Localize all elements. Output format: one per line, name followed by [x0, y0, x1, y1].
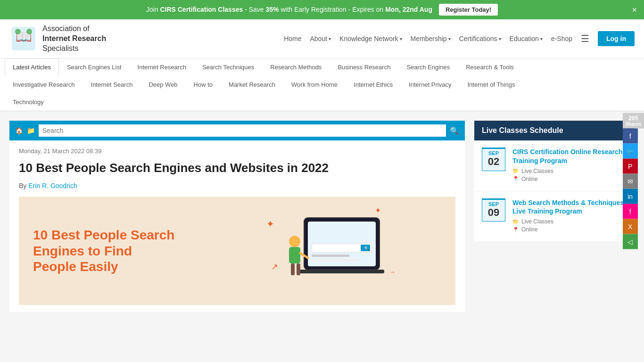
tab-row1-item-7[interactable]: Research & Tools — [458, 58, 522, 76]
main-nav: Home About ▾ Knowledge Network ▾ Members… — [284, 31, 635, 46]
article-area: 🏠 📁 🔍 Monday, 21 March 2022 08:39 10 Bes… — [9, 121, 465, 312]
tab-row1-item-0[interactable]: Latest Articles — [5, 58, 59, 76]
folder-icon[interactable]: 📁 — [27, 127, 35, 134]
logo-area: 📖 Association of Internet Research Speci… — [9, 24, 106, 53]
tab-row2-item-3[interactable]: How to — [186, 76, 221, 93]
tab-row1-item-5[interactable]: Business Research — [330, 58, 398, 76]
xing-share-button[interactable]: X — [623, 219, 638, 234]
tab-row1-item-2[interactable]: Internet Research — [130, 58, 194, 76]
svg-point-12 — [289, 236, 300, 247]
knowledge-chevron: ▾ — [400, 36, 402, 41]
svg-text:✦: ✦ — [375, 206, 381, 214]
article-title: 10 Best People Search Engines and Websit… — [19, 160, 455, 176]
schedule-location-1: 📍 Online — [512, 226, 627, 233]
live-classes-widget: Live Classes Schedule SEP 02 CIRS Certif… — [474, 121, 635, 241]
tabs-container: Latest ArticlesSearch Engines ListIntern… — [0, 58, 644, 111]
svg-text:↗: ↗ — [271, 262, 278, 272]
nav-education[interactable]: Education ▾ — [510, 35, 543, 42]
schedule-info-1: Web Search Methods & Techniques Live Tra… — [512, 198, 627, 234]
svg-text:🔍: 🔍 — [363, 246, 369, 251]
article-by: By Erin R. Goodrich — [19, 182, 455, 189]
search-submit-button[interactable]: 🔍 — [450, 126, 459, 135]
sidebar: Live Classes Schedule SEP 02 CIRS Certif… — [474, 121, 635, 312]
close-banner-button[interactable]: × — [632, 5, 637, 15]
nav-membership[interactable]: Membership ▾ — [411, 35, 451, 42]
schedule-location-0: 📍 Online — [512, 176, 627, 182]
membership-chevron: ▾ — [448, 36, 451, 41]
date-badge-1: SEP 09 — [482, 198, 505, 222]
email-share-button[interactable]: ✉ — [623, 174, 638, 189]
svg-rect-14 — [291, 263, 295, 275]
svg-text:✦: ✦ — [266, 219, 274, 229]
tab-row1-item-3[interactable]: Search Techniques — [194, 58, 262, 76]
nav-certifications[interactable]: Certifications ▾ — [459, 35, 501, 42]
social-sidebar: 265 Shares f 🐦 P ✉ in f X ◁ — [623, 113, 644, 249]
header: 📖 Association of Internet Research Speci… — [0, 19, 644, 58]
nav-knowledge[interactable]: Knowledge Network ▾ — [339, 35, 402, 42]
svg-rect-13 — [289, 247, 300, 263]
tab-row2-item-5[interactable]: Work from Home — [283, 76, 346, 93]
banner-text: Join CIRS Certification Classes - Save 3… — [146, 6, 434, 13]
tab-row2-item-4[interactable]: Market Research — [221, 76, 283, 93]
schedule-item-1: SEP 09 Web Search Methods & Techniques L… — [474, 191, 635, 241]
search-bar: 🏠 📁 🔍 — [9, 121, 465, 140]
tab-row1-item-6[interactable]: Search Engines — [398, 58, 458, 76]
logo-icon: 📖 — [9, 25, 38, 53]
category-icon-1: 📁 — [512, 219, 519, 225]
location-label-0: Online — [521, 176, 538, 182]
nav-home[interactable]: Home — [284, 35, 301, 42]
tab-row2-item-8[interactable]: Internet of Things — [459, 76, 523, 93]
schedule-category-0: 📁 Live Classes — [512, 168, 627, 174]
article-image-text: 10 Best People Search Engines to Find Pe… — [33, 227, 230, 275]
tabs-row-1: Latest ArticlesSearch Engines ListIntern… — [5, 58, 639, 76]
education-chevron: ▾ — [540, 36, 543, 41]
tab-row2-item-2[interactable]: Deep Web — [140, 76, 185, 93]
tab-row2-item-7[interactable]: Internet Privacy — [401, 76, 459, 93]
certifications-chevron: ▾ — [499, 36, 501, 41]
tab-row2-item-1[interactable]: Internet Search — [83, 76, 141, 93]
svg-rect-10 — [312, 259, 359, 261]
tab-row3-item-0[interactable]: Technology — [5, 93, 52, 111]
hamburger-button[interactable]: ☰ — [581, 33, 589, 44]
schedule-title-0[interactable]: CIRS Certification Online Research Train… — [512, 148, 627, 165]
category-label-1: Live Classes — [521, 218, 553, 225]
svg-rect-15 — [297, 263, 300, 275]
tab-row2-item-6[interactable]: Internet Ethics — [346, 76, 401, 93]
tabs-row-2: Investigative ResearchInternet SearchDee… — [5, 76, 639, 93]
category-icon-0: 📁 — [512, 168, 519, 174]
tab-row2-item-0[interactable]: Investigative Research — [5, 76, 83, 93]
linkedin-share-button[interactable]: in — [623, 189, 638, 204]
tabs-row-3: Technology — [5, 93, 639, 111]
date-badge-0: SEP 02 — [482, 148, 505, 171]
author-link[interactable]: Erin R. Goodrich — [28, 182, 77, 189]
pinterest-share-button[interactable]: P — [623, 159, 638, 174]
svg-point-2 — [15, 29, 21, 34]
nav-eshop[interactable]: e-Shop — [551, 35, 572, 42]
schedule-list: SEP 02 CIRS Certification Online Researc… — [474, 140, 635, 241]
home-icon[interactable]: 🏠 — [15, 127, 23, 134]
flipboard-share-button[interactable]: f — [623, 204, 638, 219]
sharethis-button[interactable]: ◁ — [623, 234, 638, 249]
about-chevron: ▾ — [329, 36, 331, 41]
tab-row1-item-4[interactable]: Research Methods — [262, 58, 330, 76]
schedule-category-1: 📁 Live Classes — [512, 218, 627, 225]
top-banner: Join CIRS Certification Classes - Save 3… — [0, 0, 644, 19]
category-label-0: Live Classes — [521, 168, 553, 174]
twitter-share-button[interactable]: 🐦 — [623, 144, 638, 159]
facebook-share-button[interactable]: f — [623, 129, 638, 144]
register-button[interactable]: Register Today! — [439, 4, 498, 16]
login-button[interactable]: Log in — [598, 31, 635, 46]
schedule-title-1[interactable]: Web Search Methods & Techniques Live Tra… — [512, 198, 627, 215]
location-icon-0: 📍 — [512, 176, 519, 182]
search-input[interactable] — [39, 124, 446, 137]
article-image-heading: 10 Best People Search Engines to Find Pe… — [33, 227, 230, 275]
nav-about[interactable]: About ▾ — [310, 35, 331, 42]
article-content: Monday, 21 March 2022 08:39 10 Best Peop… — [9, 140, 465, 312]
location-label-1: Online — [521, 226, 538, 233]
location-icon-1: 📍 — [512, 227, 519, 233]
tab-row1-item-1[interactable]: Search Engines List — [59, 58, 130, 76]
article-image-illustration: 🔍 ✦ ✦ — [223, 197, 441, 305]
article-feature-image: 10 Best People Search Engines to Find Pe… — [19, 197, 455, 305]
svg-text:→: → — [389, 268, 396, 276]
widget-header: Live Classes Schedule — [474, 121, 635, 140]
